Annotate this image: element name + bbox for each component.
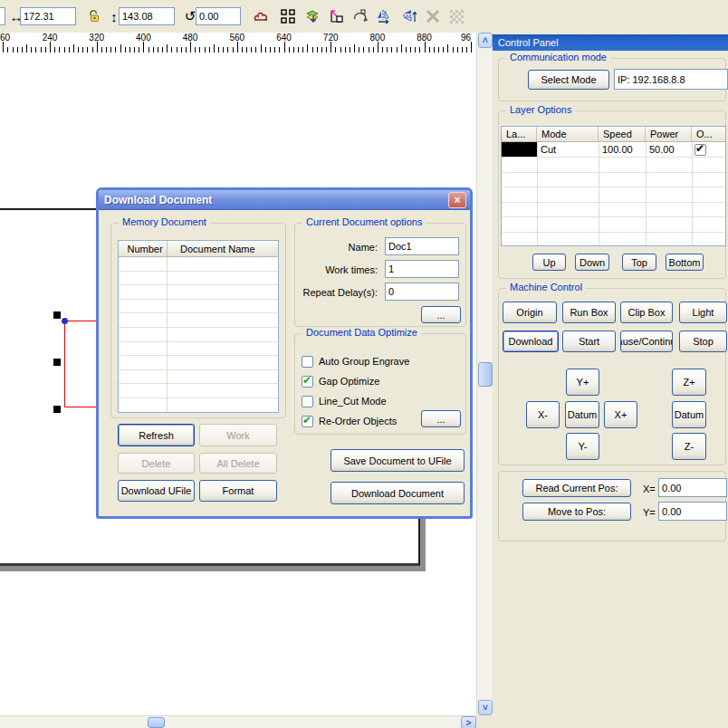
selection-handle[interactable] [53, 406, 61, 413]
layers-icon[interactable] [302, 5, 324, 27]
layer-color-swatch[interactable] [502, 142, 537, 157]
name-input[interactable] [385, 237, 459, 255]
horizontal-scroll-thumb[interactable] [148, 717, 165, 728]
start-button[interactable]: Start [562, 330, 616, 352]
refresh-button[interactable]: Refresh [118, 424, 195, 446]
close-icon[interactable]: × [448, 192, 466, 208]
gap-optimize-checkbox[interactable] [302, 376, 313, 388]
run-box-button[interactable]: Run Box [562, 302, 616, 323]
format-button[interactable]: Format [199, 480, 277, 502]
jog-y-plus-button[interactable]: Y+ [566, 369, 599, 396]
scroll-up-icon[interactable]: ˄ [478, 33, 493, 48]
layer-bottom-button[interactable]: Bottom [666, 254, 704, 271]
table-row[interactable] [119, 398, 278, 413]
scroll-right-icon[interactable]: ˃ [461, 716, 476, 728]
layer-output-checkbox[interactable] [694, 144, 706, 156]
clip-box-button[interactable]: Clip Box [620, 302, 673, 323]
stamp-icon[interactable] [250, 5, 272, 27]
width-input[interactable] [20, 7, 76, 25]
repeat-delay-input[interactable] [385, 283, 459, 301]
table-row[interactable] [119, 272, 278, 286]
jog-x-minus-button[interactable]: X- [526, 401, 560, 428]
lock-open-icon[interactable] [83, 5, 105, 27]
datum-xy-button[interactable]: Datum [565, 401, 599, 428]
save-document-to-ufile-button[interactable]: Save Document to UFile [330, 449, 465, 472]
select-mode-button[interactable]: Select Mode [528, 70, 609, 90]
stop-button[interactable]: Stop [679, 330, 727, 352]
jog-y-minus-button[interactable]: Y- [566, 433, 599, 460]
layer-table[interactable]: La... Mode Speed Power O... Cut 100.00 5… [501, 126, 726, 246]
selection-handle[interactable] [53, 359, 61, 366]
jog-x-plus-button[interactable]: X+ [604, 401, 637, 428]
table-row[interactable] [119, 328, 278, 342]
checkbox-line-cut-mode[interactable]: Line_Cut Mode [302, 395, 387, 407]
origin-button[interactable]: Origin [503, 302, 557, 323]
table-row[interactable] [119, 257, 278, 272]
table-row[interactable] [119, 356, 278, 370]
column-output: O... [692, 127, 725, 141]
dialog-titlebar[interactable]: Download Document [99, 190, 470, 210]
rotate-hand-icon[interactable] [350, 5, 371, 27]
pause-continue-button[interactable]: ause/Continu [620, 330, 673, 352]
table-row[interactable] [119, 342, 278, 357]
layer-power: 50.00 [646, 144, 692, 155]
dialog-title: Download Document [104, 194, 212, 206]
table-row[interactable] [119, 370, 278, 385]
pattern-icon-disabled [445, 5, 467, 27]
datum-z-button[interactable]: Datum [672, 401, 706, 428]
download-ufile-button[interactable]: Download UFile [118, 480, 195, 502]
to-origin-icon[interactable] [326, 5, 348, 27]
line-cut-mode-label: Line_Cut Mode [319, 396, 387, 407]
table-row[interactable] [119, 300, 278, 314]
memory-table-header: Number Document Name [119, 241, 278, 257]
mirror-horizontal-icon[interactable] [373, 5, 395, 27]
checkbox-gap-optimize[interactable]: Gap Optimize [302, 375, 379, 388]
layer-down-button[interactable]: Down [575, 254, 609, 271]
re-order-objects-checkbox[interactable] [302, 416, 313, 427]
auto-group-engrave-checkbox[interactable] [302, 356, 313, 368]
vertical-scrollbar[interactable]: ˄ ˅ [476, 33, 493, 715]
height-input[interactable] [119, 7, 175, 25]
move-to-pos-button[interactable]: Move to Pos: [522, 503, 631, 521]
layer-up-button[interactable]: Up [532, 254, 566, 271]
line-cut-mode-checkbox[interactable] [302, 396, 313, 407]
optimize-more-button[interactable]: ... [421, 410, 461, 427]
column-number: Number [119, 241, 168, 256]
jog-z-plus-button[interactable]: Z+ [672, 369, 706, 396]
checkbox-auto-group-engrave[interactable]: Auto Group Engrave [302, 355, 409, 368]
work-times-input[interactable] [385, 260, 459, 278]
grid-icon[interactable] [277, 5, 299, 27]
memory-document-table[interactable]: Number Document Name [118, 240, 279, 413]
selection-handle[interactable] [53, 311, 61, 319]
light-button[interactable]: Light [679, 302, 727, 323]
table-row[interactable] [119, 313, 278, 328]
layer-top-button[interactable]: Top [622, 254, 656, 271]
options-more-button[interactable]: ... [421, 306, 461, 323]
mirror-vertical-icon[interactable] [398, 5, 420, 27]
column-mode: Mode [537, 127, 599, 141]
download-button[interactable]: Download [503, 330, 559, 352]
ip-address-field: IP: 192.168.8.8 [614, 69, 728, 90]
column-power: Power [646, 127, 692, 141]
scroll-down-icon[interactable]: ˅ [478, 700, 493, 715]
horizontal-ruler: 6024032040048056064072080088096 [0, 33, 477, 53]
memory-document-label: Memory Document [119, 216, 210, 227]
table-row[interactable] [119, 285, 278, 300]
download-document-button[interactable]: Download Document [330, 482, 465, 504]
layer-row-cut[interactable]: Cut 100.00 50.00 [502, 142, 725, 158]
re-order-objects-label: Re-Order Objects [319, 416, 397, 426]
horizontal-scrollbar[interactable]: ˃ [0, 715, 476, 728]
rotate-input[interactable] [196, 7, 241, 25]
table-row[interactable] [119, 384, 278, 398]
jog-z-minus-button[interactable]: Z- [672, 433, 706, 460]
vertical-scroll-thumb[interactable] [478, 362, 493, 387]
x-pos-input[interactable] [658, 478, 727, 497]
checkbox-re-order-objects[interactable]: Re-Order Objects [302, 415, 397, 427]
scale-icon-disabled [422, 5, 444, 27]
document-data-optimize-label: Document Data Optimize [302, 327, 421, 338]
communication-mode-label: Communication mode [506, 52, 610, 62]
current-document-options-label: Current Document options [302, 216, 426, 227]
anchor-point[interactable] [62, 318, 68, 324]
read-current-pos-button[interactable]: Read Current Pos: [522, 479, 631, 497]
y-pos-input[interactable] [658, 502, 727, 521]
